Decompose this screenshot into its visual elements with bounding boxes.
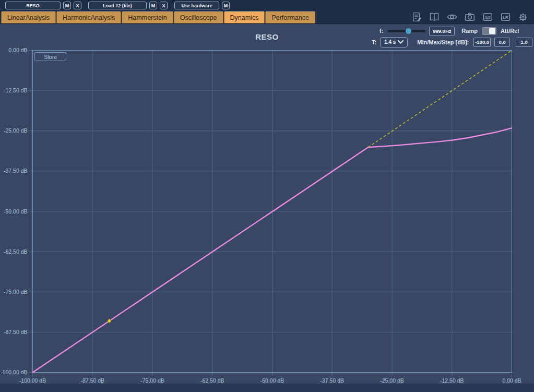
- minmaxstep-label: Min/Max/Step [dB]:: [417, 39, 469, 45]
- header-slot-button[interactable]: Load #2 (file): [88, 2, 147, 9]
- frequency-slider[interactable]: [388, 27, 425, 34]
- tabs: LinearAnalysisHarmonicAnalysisHammerstei…: [0, 11, 316, 23]
- y-tick-label: -100.00 dB: [1, 369, 27, 375]
- svg-text:1|2: 1|2: [485, 15, 491, 20]
- y-tick-label: -50.00 dB: [4, 208, 28, 215]
- x-tick-label: -75.00 dB: [140, 377, 164, 384]
- y-tick-label: -87.50 dB: [4, 329, 28, 335]
- y-tick-label: -12.50 dB: [4, 87, 28, 93]
- x-tick-label: -87.50 dB: [80, 377, 104, 384]
- mute-button[interactable]: M: [149, 2, 157, 9]
- book-icon[interactable]: [429, 11, 440, 23]
- header-bar: RESOMXLoad #2 (file)MXUse hardwareM: [0, 0, 534, 11]
- time-label: T:: [372, 39, 376, 45]
- frequency-label: f:: [379, 28, 383, 34]
- header-slot-button[interactable]: RESO: [5, 2, 61, 9]
- lr-icon[interactable]: LR: [500, 11, 511, 23]
- toggle-knob[interactable]: [489, 28, 495, 34]
- store-button[interactable]: Store: [34, 52, 66, 61]
- tab-performance[interactable]: Performance: [265, 11, 315, 23]
- ramp-label: Ramp: [461, 28, 478, 34]
- tab-harmonicanalysis[interactable]: HarmonicAnalysis: [56, 11, 121, 23]
- frequency-value-field[interactable]: 999.0Hz: [429, 27, 455, 35]
- chevron-down-icon: [398, 40, 404, 44]
- y-tick-label: -75.00 dB: [4, 289, 28, 295]
- notes-icon[interactable]: [411, 11, 422, 23]
- x-tick-label: -25.00 dB: [380, 377, 404, 384]
- attrel-label: Att/Rel: [501, 28, 519, 34]
- max-field[interactable]: 0.0: [494, 38, 510, 47]
- eye-icon[interactable]: [446, 11, 458, 23]
- gear-icon[interactable]: [517, 11, 529, 23]
- analyzer-window: RESOMXLoad #2 (file)MXUse hardwareM Line…: [0, 0, 534, 392]
- tab-hammerstein[interactable]: Hammerstein: [122, 11, 173, 23]
- mute-button[interactable]: M: [63, 2, 71, 9]
- slider-thumb[interactable]: [406, 28, 411, 34]
- y-tick-label: -25.00 dB: [4, 127, 28, 134]
- tab-bar: LinearAnalysisHarmonicAnalysisHammerstei…: [0, 11, 534, 24]
- min-field[interactable]: -100.0: [473, 38, 491, 47]
- ramp-attrel-toggle[interactable]: [482, 27, 496, 35]
- x-tick-label: 0.00 dB: [502, 377, 521, 384]
- mute-button[interactable]: M: [222, 2, 230, 9]
- tab-linearanalysis[interactable]: LinearAnalysis: [1, 11, 56, 23]
- x-tick-label: -50.00 dB: [260, 377, 284, 384]
- frequency-row: f: 999.0Hz Ramp Att/Rel: [365, 26, 531, 35]
- step-field[interactable]: 1.0: [516, 38, 532, 47]
- y-tick-label: -37.50 dB: [4, 168, 28, 174]
- tab-dynamics[interactable]: Dynamics: [224, 11, 265, 23]
- time-select-value: 1.4 s: [384, 39, 396, 45]
- y-tick-label: 0.00 dB: [8, 47, 27, 53]
- x-tick-label: -100.00 dB: [19, 377, 46, 384]
- y-tick-label: -62.50 dB: [4, 248, 28, 255]
- camera-icon[interactable]: [464, 11, 476, 23]
- tab-oscilloscope[interactable]: Oscilloscope: [174, 11, 223, 23]
- dynamics-chart[interactable]: -100.00 dB-87.50 dB-75.00 dB-62.50 dB-50…: [0, 46, 534, 384]
- clear-button[interactable]: X: [160, 2, 168, 9]
- x-tick-label: -12.50 dB: [440, 377, 464, 384]
- toolbar-icons: 1|2LR: [411, 10, 534, 23]
- x-tick-label: -62.50 dB: [200, 377, 224, 384]
- clear-button[interactable]: X: [74, 2, 81, 9]
- svg-text:LR: LR: [503, 15, 508, 20]
- one-two-icon[interactable]: 1|2: [482, 11, 493, 23]
- window-footer: [0, 384, 534, 392]
- header-slot-button[interactable]: Use hardware: [174, 2, 219, 9]
- x-tick-label: -37.50 dB: [320, 377, 344, 384]
